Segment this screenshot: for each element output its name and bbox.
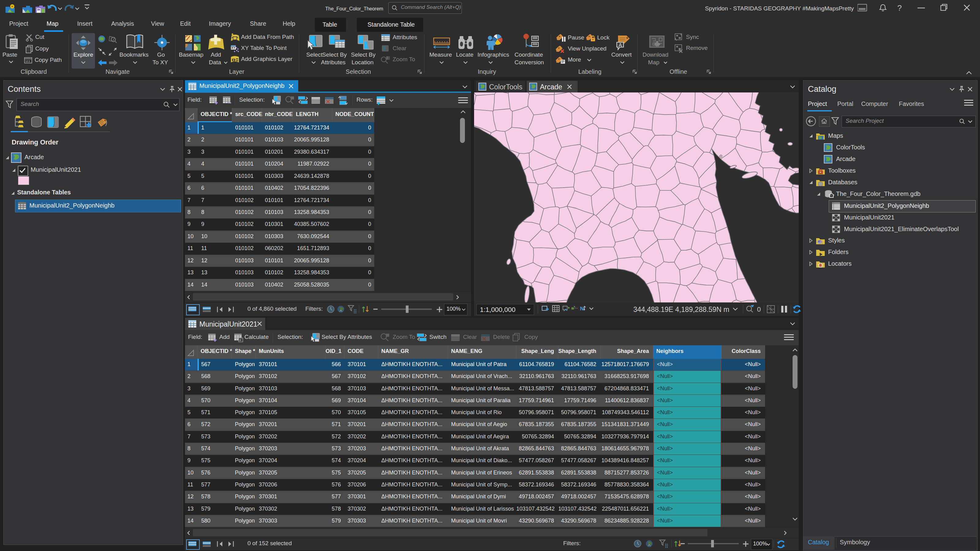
svg-text:XY: XY [231,46,235,49]
svg-text:?: ? [897,4,902,13]
svg-text:N: N [580,306,584,311]
svg-text:A: A [619,43,622,48]
svg-text:=: = [239,338,241,342]
